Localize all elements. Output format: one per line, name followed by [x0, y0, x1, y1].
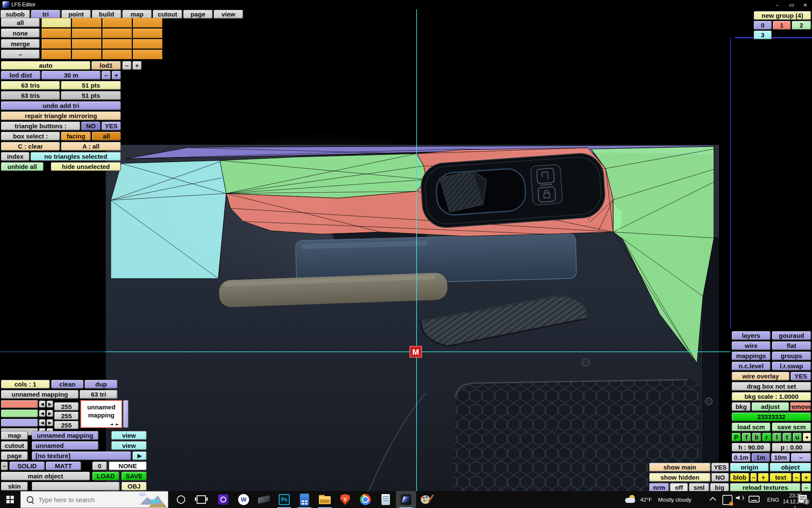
wire-overlay-yes[interactable]: YES — [790, 372, 811, 381]
dup-button[interactable]: dup — [85, 380, 118, 389]
lod-minus-button[interactable]: – — [122, 61, 132, 70]
layers-button[interactable]: layers — [732, 331, 771, 340]
view-under-button[interactable]: u — [793, 433, 802, 442]
grid-1m-button[interactable]: 1m — [752, 453, 770, 462]
red-step-right[interactable]: ► — [47, 400, 53, 408]
swatch[interactable] — [72, 18, 102, 28]
nrm-button[interactable]: nrm — [649, 483, 669, 492]
view-dot-button[interactable]: ● — [803, 433, 811, 442]
nc-level-button[interactable]: n.c.level — [732, 362, 771, 370]
bkg-button[interactable]: bkg — [732, 402, 751, 411]
index-button[interactable]: index — [1, 152, 30, 161]
view-plan-button[interactable]: P — [732, 433, 741, 442]
touch-keyboard-icon[interactable] — [749, 496, 760, 502]
swatch[interactable] — [72, 50, 102, 59]
mapping-box-steppers[interactable]: ◄ ► — [110, 422, 120, 426]
bkg-scale-value[interactable]: bkg scale : 1.0000 — [732, 392, 811, 401]
nrm-off-button[interactable]: off — [670, 483, 688, 492]
volume-icon[interactable] — [736, 495, 744, 500]
tab-tri[interactable]: tri — [31, 10, 60, 19]
green-value[interactable]: 255 — [54, 411, 79, 420]
language-indicator[interactable]: ENG — [764, 491, 782, 508]
pitch-value[interactable]: p : 0.00 — [772, 443, 811, 452]
green-channel-bar[interactable] — [1, 409, 38, 417]
clean-button[interactable]: clean — [51, 380, 84, 389]
swatch-selected[interactable] — [41, 18, 71, 28]
lr-swap-button[interactable]: l.r.swap — [772, 362, 811, 370]
solid-button[interactable]: SOLID — [9, 461, 45, 470]
blue-channel-bar[interactable] — [1, 419, 38, 427]
text-minus-button[interactable]: – — [793, 473, 801, 482]
skin-name-field[interactable] — [32, 482, 120, 491]
auto-button[interactable]: auto — [1, 61, 91, 70]
tray-app-icon[interactable] — [722, 495, 732, 505]
photoshop-icon[interactable]: Ps — [274, 491, 294, 508]
blob-minus-button[interactable]: – — [750, 473, 757, 482]
cols-button[interactable]: cols : 1 — [1, 380, 50, 389]
swatch[interactable] — [72, 28, 102, 38]
swatch[interactable] — [133, 50, 162, 59]
merge-button[interactable]: merge — [1, 39, 40, 48]
weather-temp[interactable]: 42°F — [640, 491, 652, 508]
lod1-button[interactable]: lod1 — [91, 61, 121, 70]
blue-step-left[interactable]: ◄ — [39, 419, 46, 426]
none-option[interactable]: NONE — [109, 461, 147, 470]
cutout-view-button[interactable]: view — [111, 441, 147, 450]
map-value[interactable]: unnamed mapping — [32, 431, 99, 440]
gouraud-button[interactable]: gouraud — [772, 331, 811, 340]
green-step-left[interactable]: ◄ — [39, 410, 46, 417]
view-right-button[interactable]: r — [762, 433, 771, 442]
load-scm-button[interactable]: load scm — [732, 422, 771, 431]
lod-dist-value[interactable]: 30 m — [41, 71, 101, 80]
text-plus-button[interactable]: + — [801, 473, 811, 482]
nrm-sml-button[interactable]: sml — [689, 483, 709, 492]
mapping-name-input[interactable]: unnamed mapping ◄ ► — [80, 400, 122, 428]
brave-icon[interactable]: V — [335, 491, 355, 508]
start-button[interactable] — [0, 491, 20, 508]
swatch[interactable] — [102, 18, 132, 28]
lod-dist-minus[interactable]: – — [102, 71, 111, 80]
red-channel-bar[interactable] — [1, 400, 38, 408]
tab-build[interactable]: build — [92, 10, 121, 19]
groups-button[interactable]: groups — [772, 351, 811, 360]
taskbar-search[interactable] — [20, 491, 168, 508]
view-front-button[interactable]: f — [742, 433, 751, 442]
blue-value[interactable]: 255 — [54, 421, 79, 429]
show-hidden-label[interactable]: show hidden — [649, 473, 710, 482]
mapping-scrollbar[interactable] — [123, 400, 129, 428]
origin-button[interactable]: origin — [730, 463, 769, 472]
view-left-button[interactable]: l — [772, 433, 782, 442]
select-all-tris-button[interactable]: A : all — [61, 142, 121, 151]
triangle-buttons-no[interactable]: NO — [81, 121, 101, 130]
color-code-value[interactable]: 23333332 — [732, 412, 811, 421]
group-0-button[interactable]: 0 — [754, 21, 772, 30]
group-3-button[interactable]: 3 — [754, 30, 772, 39]
lod-dist-plus[interactable]: + — [112, 71, 121, 80]
tab-subob[interactable]: subob — [0, 10, 30, 19]
swatch[interactable] — [41, 39, 71, 49]
bkg-adjust-button[interactable]: adjust — [752, 402, 789, 411]
lfs-editor-taskbar-icon[interactable] — [396, 491, 416, 508]
calculator-icon[interactable] — [294, 491, 315, 508]
weather-condition[interactable]: Mostly cloudy — [658, 491, 691, 508]
heading-value[interactable]: h : 90.00 — [732, 443, 771, 452]
flat-button[interactable]: flat — [772, 341, 811, 350]
wire-overlay-button[interactable]: wire overlay — [732, 372, 790, 381]
reload-minus-button[interactable]: – — [801, 483, 811, 492]
tab-view[interactable]: view — [214, 10, 243, 19]
reload-textures-button[interactable]: reload textures — [730, 483, 801, 492]
page-texture-value[interactable]: [no texture] — [32, 451, 131, 460]
blob-plus-button[interactable]: + — [758, 473, 769, 482]
task-view-icon[interactable] — [191, 491, 211, 508]
group-2-button[interactable]: 2 — [792, 21, 811, 30]
view-back-button[interactable]: b — [752, 433, 761, 442]
undo-add-tri-button[interactable]: undo add tri — [1, 101, 121, 110]
swatch[interactable] — [133, 18, 162, 28]
show-main-yes[interactable]: YES — [711, 463, 729, 472]
swatch[interactable] — [102, 28, 132, 38]
shader-minus-button[interactable]: – — [1, 461, 8, 470]
matt-button[interactable]: MATT — [46, 461, 81, 470]
gog-galaxy-icon[interactable] — [213, 491, 233, 508]
blob-button[interactable]: blob — [730, 473, 749, 482]
chrome-icon[interactable] — [355, 491, 376, 508]
